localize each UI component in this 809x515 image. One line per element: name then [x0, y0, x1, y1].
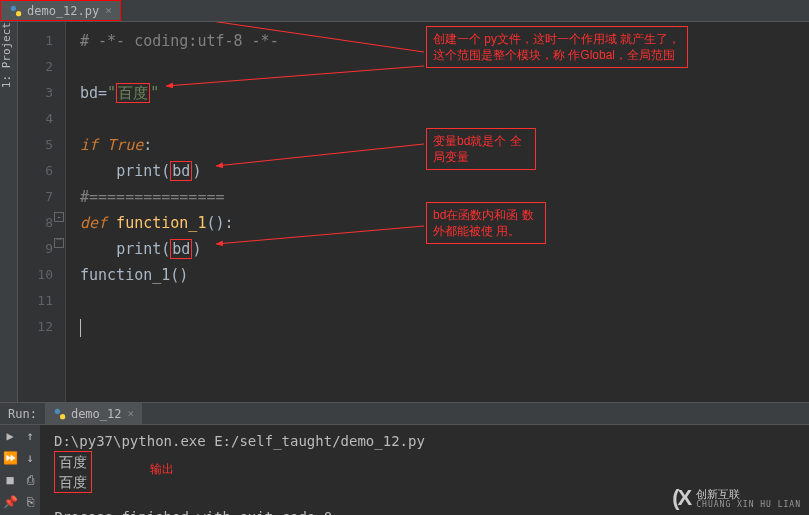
run-label: Run: — [8, 407, 37, 421]
fold-end-icon: ‾ — [54, 238, 64, 248]
svg-point-1 — [16, 11, 21, 16]
code-separator: #=============== — [80, 188, 225, 206]
run-tool-column-1: ▶ ⏩ ■ 📌 — [0, 425, 20, 515]
annotation-global-scope: 创建一个 py文件，这时一个作用域 就产生了，这个范围是整个模块，称 作Glob… — [426, 26, 688, 68]
code-call-print: print — [116, 162, 161, 180]
down-icon[interactable]: ↓ — [23, 451, 37, 465]
line-number: 6 — [18, 158, 53, 184]
output-line: 百度 — [59, 472, 87, 492]
file-tab-demo12[interactable]: demo_12.py × — [0, 0, 121, 21]
line-number: 12 — [18, 314, 53, 340]
code-editor[interactable]: 1 2 3 4 5 6 7 8 9 10 11 12 - ‾ # -*- cod… — [18, 22, 809, 402]
code-variable-bd: bd — [80, 84, 98, 102]
pin-icon[interactable]: 📌 — [3, 495, 17, 509]
annotation-output-label: 输出 — [150, 459, 174, 479]
svg-point-6 — [55, 408, 60, 413]
fold-toggle-icon[interactable]: - — [54, 212, 64, 222]
rerun-icon[interactable]: ▶ — [3, 429, 17, 443]
line-number: 4 — [18, 106, 53, 132]
line-number: 7 — [18, 184, 53, 210]
line-number: 1 — [18, 28, 53, 54]
file-tab-filename: demo_12.py — [27, 4, 99, 18]
watermark-logo-icon: (X — [672, 485, 690, 511]
run-tool-column-2: ↑ ↓ ⎙ ⎘ — [20, 425, 40, 515]
close-tab-icon[interactable]: × — [105, 4, 112, 17]
annotation-bd-scope: bd在函数内和函 数外都能被使 用。 — [426, 202, 546, 244]
line-number: 3 — [18, 80, 53, 106]
svg-point-7 — [60, 414, 65, 419]
code-content[interactable]: # -*- coding:utf-8 -*- bd="百度" if True: … — [66, 22, 809, 402]
tab-bar: demo_12.py × — [0, 0, 809, 22]
code-string-baidu: 百度 — [116, 83, 150, 103]
project-tool-label: 1: Project — [0, 22, 13, 94]
line-number: 8 — [18, 210, 53, 236]
watermark-sub: CHUANG XIN HU LIAN — [696, 500, 801, 509]
annotation-global-var: 变量bd就是个 全局变量 — [426, 128, 536, 170]
watermark-logo: (X 创新互联 CHUANG XIN HU LIAN — [672, 485, 801, 511]
code-call-function1: function_1 — [80, 266, 170, 284]
project-tool-sidebar[interactable]: 1: Project — [0, 22, 18, 402]
stop-icon[interactable]: ■ — [3, 473, 17, 487]
run-header: Run: demo_12 × — [0, 403, 809, 425]
line-number-gutter: 1 2 3 4 5 6 7 8 9 10 11 12 - ‾ — [18, 22, 66, 402]
line-number: 11 — [18, 288, 53, 314]
code-call-print: print — [116, 240, 161, 258]
tool-icon[interactable]: ⎘ — [23, 495, 37, 509]
python-file-icon — [53, 407, 67, 421]
code-comment: # -*- coding:utf-8 -*- — [80, 32, 279, 50]
code-arg-bd: bd — [170, 161, 192, 181]
line-number: 9 — [18, 236, 53, 262]
svg-point-0 — [11, 5, 16, 10]
code-funcname: function_1 — [107, 214, 206, 232]
watermark-name: 创新互联 — [696, 488, 801, 500]
run-output-box: 百度 百度 — [54, 451, 92, 493]
tool-icon[interactable]: ⎙ — [23, 473, 37, 487]
tool-icon[interactable]: ⏩ — [3, 451, 17, 465]
run-command-line: D:\py37\python.exe E:/self_taught/demo_1… — [54, 431, 795, 451]
output-line: 百度 — [59, 452, 87, 472]
text-caret — [80, 319, 81, 337]
code-arg-bd: bd — [170, 239, 192, 259]
run-config-name: demo_12 — [71, 407, 122, 421]
line-number: 10 — [18, 262, 53, 288]
code-keyword-def: def — [80, 214, 107, 232]
code-keyword-if: if — [80, 136, 98, 154]
line-number: 2 — [18, 54, 53, 80]
line-number: 5 — [18, 132, 53, 158]
run-config-tab[interactable]: demo_12 × — [45, 403, 142, 424]
python-file-icon — [9, 4, 23, 18]
up-icon[interactable]: ↑ — [23, 429, 37, 443]
close-icon[interactable]: × — [127, 407, 134, 420]
